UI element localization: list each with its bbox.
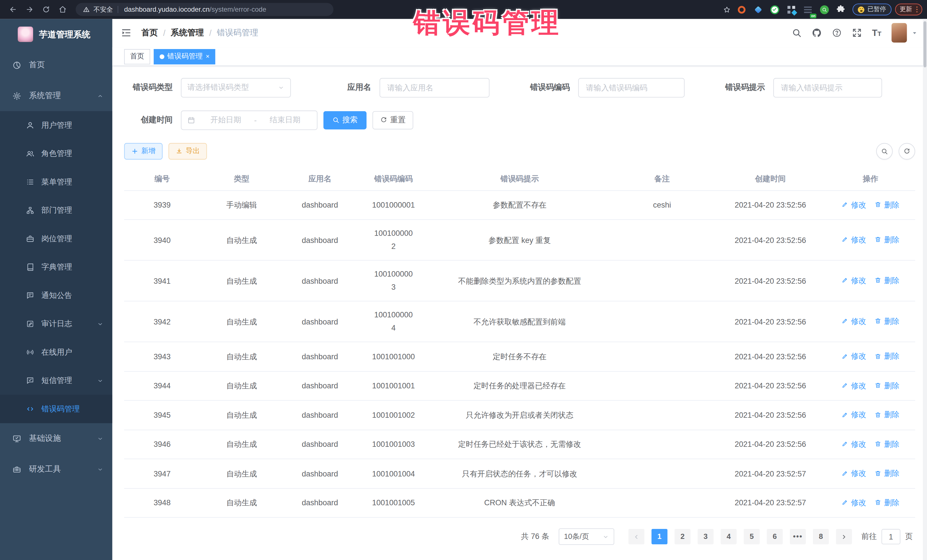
sidebar-item-auditlog[interactable]: 审计日志 [0, 310, 112, 338]
delete-link[interactable]: 删除 [874, 314, 899, 328]
edit-link[interactable]: 修改 [842, 496, 866, 509]
github-link[interactable] [806, 23, 826, 43]
extension-green-circle[interactable] [768, 3, 781, 16]
sidebar-item-user[interactable]: 用户管理 [0, 111, 112, 140]
reset-button[interactable]: 重置 [372, 111, 413, 129]
delete-link[interactable]: 删除 [874, 496, 899, 509]
error-msg-input[interactable] [773, 78, 882, 97]
delete-link[interactable]: 删除 [874, 349, 899, 363]
scrollbar-thumb[interactable] [924, 21, 926, 68]
edit-link[interactable]: 修改 [842, 233, 866, 246]
tab-error-code[interactable]: 错误码管理 × [154, 49, 215, 64]
caret-down-icon[interactable] [912, 30, 918, 36]
header-search-button[interactable] [786, 23, 806, 43]
fullscreen-button[interactable] [846, 23, 866, 43]
sidebar-item-dept[interactable]: 部门管理 [0, 196, 112, 225]
pagination: 共 76 条 10条/页 123456•••8 前往 页 [124, 528, 913, 560]
delete-link[interactable]: 删除 [874, 437, 899, 451]
sidebar-item-devtools[interactable]: 研发工具 [0, 454, 112, 485]
page-button-8[interactable]: 8 [813, 529, 829, 544]
delete-link[interactable]: 删除 [874, 379, 899, 392]
user-avatar[interactable] [892, 23, 907, 43]
date-range-picker[interactable]: 开始日期 - 结束日期 [181, 110, 318, 130]
delete-link[interactable]: 删除 [874, 233, 899, 246]
trash-icon [874, 201, 881, 208]
edit-link[interactable]: 修改 [842, 379, 866, 392]
export-button[interactable]: 导出 [169, 143, 207, 159]
page-button-2[interactable]: 2 [675, 529, 690, 544]
edit-link[interactable]: 修改 [842, 466, 866, 480]
extension-green-search[interactable] [818, 3, 831, 16]
breadcrumb-home[interactable]: 首页 [141, 28, 158, 38]
delete-link[interactable]: 删除 [874, 466, 899, 480]
scrollbar-track[interactable] [923, 19, 927, 560]
browser-home-button[interactable] [56, 2, 70, 17]
extension-grid[interactable] [785, 3, 798, 16]
sidebar-item-system[interactable]: 系统管理 [0, 80, 112, 111]
font-size-button[interactable]: TT [867, 23, 887, 43]
edit-link[interactable]: 修改 [842, 437, 866, 451]
extension-orange-ring[interactable] [735, 3, 748, 16]
refresh-table-button[interactable] [899, 143, 915, 159]
paused-profile-badge[interactable]: 已暂停 [853, 3, 891, 15]
page-ellipsis[interactable]: ••• [790, 529, 806, 544]
extension-blue-gem[interactable] [752, 3, 765, 16]
sidebar-item-home[interactable]: 首页 [0, 50, 112, 80]
breadcrumb-system[interactable]: 系统管理 [171, 28, 204, 38]
edit-link[interactable]: 修改 [842, 349, 866, 363]
delete-link[interactable]: 删除 [874, 273, 899, 287]
cell-app: dashboard [283, 430, 357, 459]
browser-reload-button[interactable] [39, 2, 53, 17]
next-page-button[interactable] [836, 529, 852, 544]
add-button[interactable]: 新增 [124, 143, 163, 159]
edit-link[interactable]: 修改 [842, 314, 866, 328]
sidebar-item-menu[interactable]: 菜单管理 [0, 168, 112, 196]
tab-home[interactable]: 首页 [124, 49, 150, 64]
sidebar-item-errorcode[interactable]: 错误码管理 [0, 395, 112, 423]
sidebar-item-label: 在线用户 [41, 347, 72, 358]
address-bar[interactable]: 不安全 dashboard.yudao.iocoder.cn/system/er… [76, 3, 333, 16]
browser-update-button[interactable]: 更新 [895, 3, 922, 15]
error-code-input[interactable] [578, 78, 685, 97]
sidebar-item-sms[interactable]: 短信管理 [0, 366, 112, 395]
edit-link[interactable]: 修改 [842, 273, 866, 287]
page-button-5[interactable]: 5 [744, 529, 760, 544]
page-button-3[interactable]: 3 [698, 529, 714, 544]
sidebar-item-online[interactable]: 在线用户 [0, 338, 112, 366]
edit-link[interactable]: 修改 [842, 197, 866, 211]
extensions-puzzle-button[interactable] [834, 3, 847, 16]
extension-proxy[interactable]: on [801, 3, 815, 16]
app-logo[interactable]: 芋道管理系统 [0, 19, 112, 50]
app-name-input[interactable] [380, 78, 490, 97]
sidebar-item-post[interactable]: 岗位管理 [0, 225, 112, 253]
filter-error-code: 错误码编码 [521, 78, 685, 97]
edit-link[interactable]: 修改 [842, 408, 866, 422]
delete-link[interactable]: 删除 [874, 408, 899, 422]
sidebar-item-dict[interactable]: 字典管理 [0, 253, 112, 281]
browser-forward-button[interactable] [23, 2, 37, 17]
goto-page-input[interactable] [881, 529, 900, 544]
help-button[interactable] [827, 23, 846, 43]
error-type-select[interactable]: 请选择错误码类型 [181, 78, 291, 97]
page-button-1[interactable]: 1 [652, 529, 667, 544]
sidebar-toggle-icon[interactable] [121, 27, 132, 38]
bookmark-star-button[interactable] [720, 3, 733, 16]
cell-actions: 修改删除 [826, 400, 915, 430]
chevron-down-icon [602, 533, 609, 540]
prev-page-button[interactable] [628, 529, 644, 544]
search-button[interactable]: 搜索 [324, 111, 366, 129]
page-button-4[interactable]: 4 [721, 529, 737, 544]
sidebar-item-notice[interactable]: 通知公告 [0, 281, 112, 310]
page-size-select[interactable]: 10条/页 [559, 528, 614, 545]
browser-back-button[interactable] [6, 2, 20, 17]
tab-close-icon[interactable]: × [206, 53, 209, 60]
cell-actions: 修改删除 [826, 301, 915, 342]
cell-actions: 修改删除 [826, 371, 915, 401]
page-button-6[interactable]: 6 [767, 529, 783, 544]
sidebar-item-role[interactable]: 角色管理 [0, 140, 112, 168]
sidebar-item-infra[interactable]: 基础设施 [0, 423, 112, 454]
cell-time: 2021-04-20 23:52:56 [715, 371, 826, 401]
toggle-search-button[interactable] [876, 143, 893, 159]
delete-link[interactable]: 删除 [874, 197, 899, 211]
breadcrumb-current: 错误码管理 [217, 28, 258, 38]
